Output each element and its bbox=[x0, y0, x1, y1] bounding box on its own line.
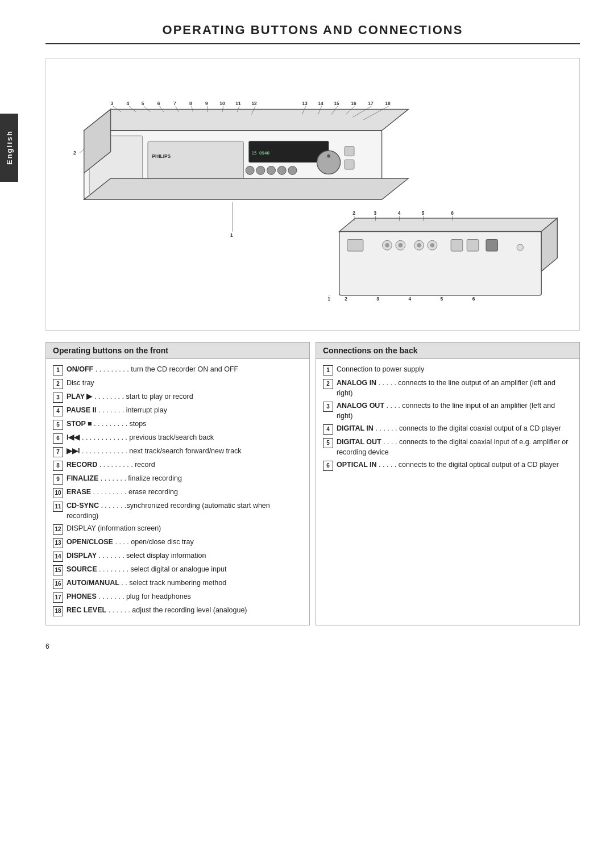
svg-text:16: 16 bbox=[351, 101, 356, 106]
page-number: 6 bbox=[45, 642, 580, 650]
list-item: 4DIGITAL IN . . . . . . connects to the … bbox=[323, 424, 572, 435]
list-item: 7▶▶I . . . . . . . . . . . . next track/… bbox=[53, 446, 302, 457]
item-text: PLAY ▶ . . . . . . . . start to play or … bbox=[67, 392, 302, 402]
item-bold-label: PHONES bbox=[67, 592, 97, 600]
item-number: 3 bbox=[323, 402, 333, 412]
item-bold-label: RECORD bbox=[67, 461, 97, 469]
item-text: ERASE . . . . . . . . . erase recording bbox=[67, 487, 302, 498]
item-text: DIGITAL OUT . . . . connects to the digi… bbox=[337, 437, 572, 457]
back-header: Connections on the back bbox=[316, 343, 579, 359]
item-bold-label: OPTICAL IN bbox=[337, 461, 377, 469]
svg-text:5: 5 bbox=[142, 101, 144, 106]
svg-point-9 bbox=[288, 166, 297, 174]
item-bold-label: ▶▶I bbox=[67, 447, 80, 455]
item-bold-label: OPEN/CLOSE bbox=[67, 538, 113, 546]
item-number: 18 bbox=[53, 606, 63, 616]
item-number: 14 bbox=[53, 552, 63, 562]
item-number: 3 bbox=[53, 393, 63, 403]
list-item: 5STOP ■ . . . . . . . . . stops bbox=[53, 419, 302, 430]
back-content: 1Connection to power supply2ANALOG IN . … bbox=[316, 359, 579, 479]
svg-point-69 bbox=[517, 244, 523, 251]
svg-point-61 bbox=[399, 243, 403, 247]
svg-text:15: 15 bbox=[334, 101, 339, 106]
item-bold-label: ERASE bbox=[67, 488, 91, 496]
item-number: 17 bbox=[53, 592, 63, 603]
item-text: Connection to power supply bbox=[337, 365, 572, 375]
svg-text:4: 4 bbox=[408, 296, 411, 302]
svg-rect-13 bbox=[345, 160, 354, 169]
svg-text:12: 12 bbox=[251, 101, 257, 106]
item-bold-label: FINALIZE bbox=[67, 474, 98, 482]
svg-line-51 bbox=[80, 149, 84, 153]
svg-point-10 bbox=[317, 151, 340, 174]
item-text: ANALOG OUT . . . . connects to the line … bbox=[337, 401, 572, 421]
item-number: 12 bbox=[53, 524, 63, 535]
item-number: 11 bbox=[53, 502, 63, 512]
svg-rect-66 bbox=[451, 240, 463, 252]
device-illustration: 15 0940 PHILIPS 3 4 5 bbox=[45, 58, 580, 331]
item-number: 15 bbox=[53, 565, 63, 575]
svg-text:10: 10 bbox=[219, 101, 225, 106]
item-text: ON/OFF . . . . . . . . . turn the CD rec… bbox=[67, 365, 302, 375]
svg-text:3: 3 bbox=[111, 101, 114, 106]
item-text: DIGITAL IN . . . . . . connects to the d… bbox=[337, 424, 572, 434]
svg-rect-67 bbox=[467, 240, 479, 252]
item-bold-label: CD-SYNC bbox=[67, 502, 99, 510]
item-number: 7 bbox=[53, 447, 63, 457]
list-item: 4PAUSE II . . . . . . . interrupt play bbox=[53, 406, 302, 416]
svg-text:6: 6 bbox=[472, 296, 475, 302]
side-tab: English bbox=[0, 114, 18, 182]
svg-text:6: 6 bbox=[451, 210, 454, 216]
page-title: OPERATING BUTTONS AND CONNECTIONS bbox=[45, 23, 580, 44]
list-item: 11CD-SYNC . . . . . . .synchronized reco… bbox=[53, 501, 302, 521]
svg-text:6: 6 bbox=[157, 101, 160, 106]
front-header: Operating buttons on the front bbox=[46, 343, 309, 359]
list-item: 10ERASE . . . . . . . . . erase recordin… bbox=[53, 487, 302, 498]
svg-text:2: 2 bbox=[345, 296, 347, 302]
list-item: 5DIGITAL OUT . . . . connects to the dig… bbox=[323, 437, 572, 457]
svg-text:3: 3 bbox=[374, 210, 377, 216]
svg-point-5 bbox=[246, 166, 254, 174]
svg-point-6 bbox=[256, 166, 265, 174]
item-bold-label: ANALOG OUT bbox=[337, 402, 384, 410]
list-item: 6OPTICAL IN . . . . . connects to the di… bbox=[323, 460, 572, 471]
svg-text:11: 11 bbox=[235, 101, 241, 106]
svg-text:PHILIPS: PHILIPS bbox=[152, 153, 171, 159]
item-text: FINALIZE . . . . . . . finalize recordin… bbox=[67, 474, 302, 484]
svg-text:2: 2 bbox=[352, 210, 355, 216]
item-bold-label: I◀◀ bbox=[67, 433, 80, 441]
svg-text:1: 1 bbox=[327, 296, 330, 302]
svg-text:18: 18 bbox=[385, 101, 391, 106]
item-text: AUTO/MANUAL . . select track numbering m… bbox=[67, 578, 302, 589]
item-text: I◀◀ . . . . . . . . . . . . previous tra… bbox=[67, 433, 302, 443]
item-bold-label: REC LEVEL bbox=[67, 606, 106, 614]
svg-point-63 bbox=[417, 243, 421, 247]
svg-point-8 bbox=[277, 166, 286, 174]
list-item: 1Connection to power supply bbox=[323, 365, 572, 375]
item-text: ANALOG IN . . . . . connects to the line… bbox=[337, 378, 572, 398]
svg-text:2: 2 bbox=[73, 150, 76, 156]
item-number: 2 bbox=[53, 379, 63, 389]
item-number: 16 bbox=[53, 579, 63, 589]
item-number: 13 bbox=[53, 538, 63, 548]
item-text: SOURCE . . . . . . . . select digital or… bbox=[67, 565, 302, 575]
svg-text:14: 14 bbox=[318, 101, 323, 106]
item-bold-label: STOP ■ bbox=[67, 420, 92, 428]
svg-marker-17 bbox=[84, 178, 409, 199]
item-bold-label: DISPLAY bbox=[67, 552, 97, 560]
item-text: REC LEVEL . . . . . . adjust the recordi… bbox=[67, 606, 302, 616]
item-number: 4 bbox=[323, 424, 333, 435]
item-number: 6 bbox=[53, 433, 63, 444]
svg-rect-12 bbox=[345, 147, 354, 156]
item-text: DISPLAY (information screen) bbox=[67, 524, 302, 534]
front-descriptions: Operating buttons on the front 1ON/OFF .… bbox=[45, 342, 310, 625]
item-number: 8 bbox=[53, 461, 63, 471]
list-item: 3ANALOG OUT . . . . connects to the line… bbox=[323, 401, 572, 421]
item-text: CD-SYNC . . . . . . .synchronized record… bbox=[67, 501, 302, 521]
item-bold-label: ON/OFF bbox=[67, 365, 93, 373]
item-text: ▶▶I . . . . . . . . . . . . next track/s… bbox=[67, 446, 302, 457]
item-bold-label: SOURCE bbox=[67, 565, 97, 573]
list-item: 14DISPLAY . . . . . . . select display i… bbox=[53, 551, 302, 562]
item-number: 10 bbox=[53, 488, 63, 498]
item-bold-label: PLAY ▶ bbox=[67, 393, 92, 400]
